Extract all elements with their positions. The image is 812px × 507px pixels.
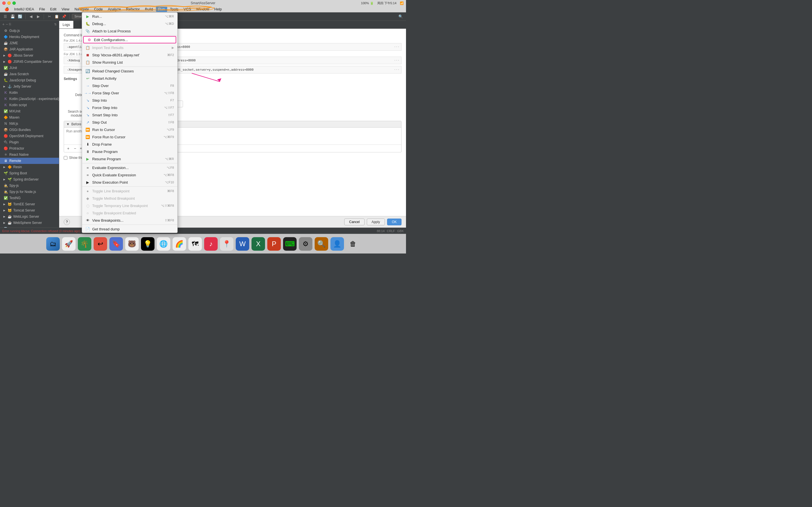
dock-finder[interactable]: 🗂 [46, 237, 60, 251]
jdk13-more-btn[interactable]: ··· [394, 59, 400, 62]
run-menu-smart-step-into[interactable]: ↘ Smart Step Into ⇧F7 [82, 111, 177, 119]
sidebar-item-remote[interactable]: 🖥 Remote [0, 158, 59, 164]
save-btn[interactable]: 💾 [10, 13, 16, 20]
menu-navigate[interactable]: Navigate [72, 6, 91, 12]
sidebar-item-osgi[interactable]: 📦 OSGi Bundles [0, 127, 59, 133]
sidebar-item-maven[interactable]: 🔶 Maven [0, 114, 59, 121]
menu-analyze[interactable]: Analyze [106, 6, 123, 12]
sidebar-item-kotlin[interactable]: K Kotlin [0, 90, 59, 96]
run-menu-stop[interactable]: ⏹ Stop 'kbcsa-d8261.alipay.net' ⌘F2 [82, 51, 177, 59]
minimize-button[interactable] [7, 1, 11, 5]
dock-word[interactable]: W [236, 237, 249, 251]
search-everywhere-btn[interactable]: 🔍 [398, 13, 404, 20]
sidebar-item-websphere[interactable]: ▶ ☕ WebSphere Server [0, 220, 59, 226]
run-menu-force-step-over[interactable]: →→ Force Step Over ⌥⇧F8 [82, 89, 177, 97]
cut-btn[interactable]: ✂ [46, 13, 52, 20]
sidebar-item-jetty[interactable]: ▶ ⚓ Jetty Server [0, 83, 59, 90]
run-menu-reload[interactable]: 🔄 Reload Changed Classes [82, 67, 177, 75]
apply-button[interactable]: Apply [367, 219, 385, 225]
sidebar-item-heroku[interactable]: 🔷 Heroku Deployment [0, 34, 59, 40]
sidebar-item-tomcat[interactable]: ▶ 🐱 Tomcat Server [0, 207, 59, 214]
menu-file[interactable]: File [37, 6, 47, 12]
dock-ppt[interactable]: P [267, 237, 281, 251]
menu-run[interactable]: Run [156, 6, 167, 12]
dock-bear[interactable]: 🐻 [125, 237, 139, 251]
sync-btn[interactable]: 🔄 [17, 13, 23, 20]
sidebar-item-spring-boot[interactable]: 🌱 Spring Boot [0, 170, 59, 176]
ok-button[interactable]: OK [387, 219, 402, 225]
sidebar-item-java-scratch[interactable]: ☕ Java Scratch [0, 71, 59, 77]
run-menu-drop-frame[interactable]: ⬇ Drop Frame [82, 140, 177, 148]
menu-refactor[interactable]: Refactor [124, 6, 142, 12]
sidebar-item-jboss[interactable]: ▶ 🔴 JBoss Server [0, 52, 59, 59]
run-menu-attach[interactable]: 📎 Attach to Local Process [82, 27, 177, 35]
sidebar-item-openshift[interactable]: 🔴 OpenShift Deployment [0, 133, 59, 139]
dock-intellij[interactable]: 💡 [141, 237, 154, 251]
run-menu-edit-config[interactable]: ⚙ Edit Configurations... [83, 36, 176, 43]
menu-build[interactable]: Build [143, 6, 155, 12]
jdk14-more-btn[interactable]: ··· [394, 45, 400, 49]
sidebar-item-spyjs-node[interactable]: 🕵 Spy-js for Node.js [0, 189, 59, 195]
sidebar-toggle-btn[interactable]: ☰ [2, 13, 8, 20]
run-menu-pause[interactable]: ⏸ Pause Program [82, 148, 177, 155]
dock-rocket[interactable]: 🔍 [315, 237, 328, 251]
menu-window[interactable]: Window [194, 6, 211, 12]
sidebar-item-xslt[interactable]: 📄 XSLT [0, 226, 59, 228]
paste-btn[interactable]: 📌 [61, 13, 67, 20]
copy-config-btn[interactable]: ⎘ [9, 22, 11, 26]
sidebar-item-j2me[interactable]: ☕ J2ME [0, 40, 59, 46]
dock-photos[interactable]: 🌈 [172, 237, 186, 251]
sidebar-item-nwjs[interactable]: N NW.js [0, 121, 59, 127]
run-menu-show-running[interactable]: 📋 Show Running List [82, 59, 177, 66]
dock-bookmark[interactable]: 🔖 [109, 237, 123, 251]
run-menu-thread-dump[interactable]: 📄 Get thread dump [82, 225, 177, 233]
menu-intellij[interactable]: IntelliJ IDEA [12, 6, 36, 12]
sidebar-item-testng[interactable]: ✅ TestNG [0, 195, 59, 201]
run-menu-run[interactable]: ▶ Run... ⌥⌘R [82, 13, 177, 20]
menu-help[interactable]: Help [212, 6, 224, 12]
sidebar-item-mxunit[interactable]: ✅ MXUnit [0, 108, 59, 114]
before-launch-add-btn[interactable]: + [65, 145, 71, 152]
remove-config-btn[interactable]: − [6, 22, 8, 26]
menu-code[interactable]: Code [92, 6, 105, 12]
run-menu-step-into[interactable]: ↘ Step Into F7 [82, 97, 177, 104]
run-menu-evaluate[interactable]: = Evaluate Expression... ⌥F8 [82, 164, 177, 171]
run-menu-debug[interactable]: 🐛 Debug... ⌥⌘D [82, 20, 177, 27]
sidebar-item-js-debug[interactable]: 🐛 JavaScript Debug [0, 77, 59, 83]
sidebar-item-spring-dmserver[interactable]: ▶ 🌱 Spring dmServer [0, 176, 59, 182]
menu-vcs[interactable]: VCS [181, 6, 193, 12]
run-menu-run-to-cursor[interactable]: ⏩ Run to Cursor ⌥F9 [82, 126, 177, 133]
copy-btn[interactable]: 📋 [54, 13, 60, 20]
sidebar-item-spyjs[interactable]: 🕵 Spy-js [0, 182, 59, 189]
dock-maps2[interactable]: 📍 [220, 237, 234, 251]
back-btn[interactable]: ◀ [28, 13, 34, 20]
run-menu-resume[interactable]: ▶ Resume Program ⌥⌘R [82, 155, 177, 163]
sidebar-item-plugin[interactable]: 🔌 Plugin [0, 139, 59, 145]
sidebar-item-tomee[interactable]: ▶ 🐱 TomEE Server [0, 201, 59, 207]
before-launch-collapse-icon[interactable]: ▼ [66, 122, 70, 126]
menu-view[interactable]: View [59, 6, 71, 12]
menu-tools[interactable]: Tools [168, 6, 181, 12]
run-menu-quick-evaluate[interactable]: = Quick Evaluate Expression ⌥⌘F8 [82, 171, 177, 179]
tab-logs[interactable]: Logs [59, 21, 73, 29]
run-menu-show-exec-point[interactable]: ▶ Show Execution Point ⌥F10 [82, 179, 177, 186]
dock-chrome[interactable]: 🌐 [157, 237, 170, 251]
menu-edit[interactable]: Edit [48, 6, 59, 12]
sidebar-item-kotlin-js[interactable]: K Kotlin (JavaScript - experimental) [0, 96, 59, 102]
dock-tree[interactable]: 🌴 [78, 237, 91, 251]
maximize-button[interactable] [12, 1, 16, 5]
sidebar-item-protractor[interactable]: 🔴 Protractor [0, 145, 59, 152]
dock-launchpad[interactable]: 🚀 [62, 237, 75, 251]
dock-terminal[interactable]: ⌨ [283, 237, 297, 251]
dock-music[interactable]: ♪ [204, 237, 218, 251]
sidebar-item-react-native[interactable]: ⚛ React Native [0, 152, 59, 158]
run-menu-force-step-into[interactable]: ↘ Force Step Into ⌥⇧F7 [82, 104, 177, 111]
jdk-old-more-btn[interactable]: ··· [394, 68, 400, 71]
run-menu-force-run-cursor[interactable]: ⏩ Force Run to Cursor ⌥⌘F9 [82, 133, 177, 140]
dock-trash[interactable]: 🗑 [346, 237, 360, 251]
dock-apps[interactable]: ⚙ [299, 237, 312, 251]
help-btn[interactable]: ? [64, 219, 70, 225]
sidebar-item-jsr45[interactable]: ▶ 🔴 JSR45 Compatible Server [0, 59, 59, 65]
run-menu-step-over[interactable]: → Step Over F8 [82, 82, 177, 89]
dock-excel[interactable]: X [252, 237, 265, 251]
